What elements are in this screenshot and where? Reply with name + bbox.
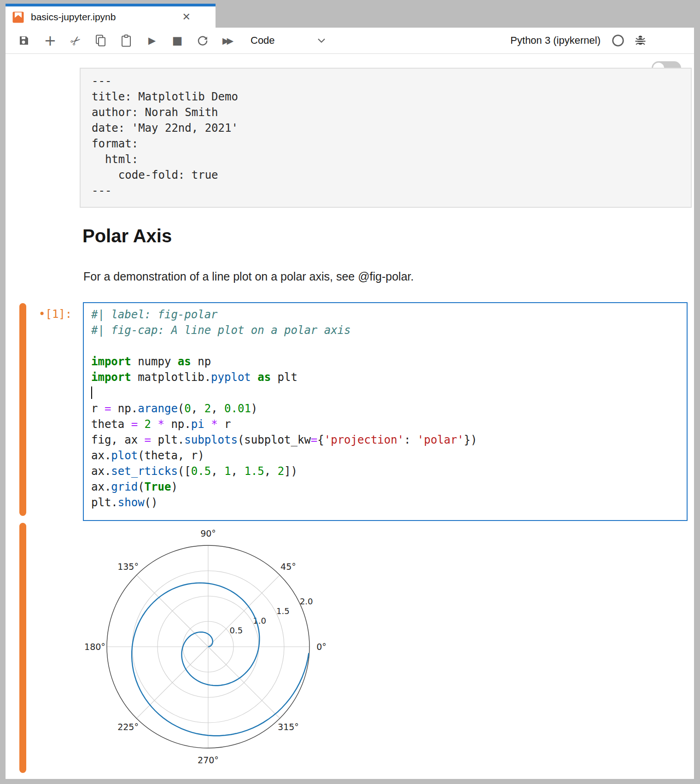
- raw-line: title: Matplotlib Demo: [92, 89, 691, 105]
- chevron-down-icon: [317, 38, 326, 43]
- notebook-tab[interactable]: basics-jupyter.ipynb ✕: [6, 4, 216, 28]
- copy-cells-button[interactable]: [93, 28, 109, 53]
- save-icon: [18, 35, 29, 46]
- stop-icon: ■: [172, 34, 183, 47]
- paste-cells-button[interactable]: [118, 28, 134, 53]
- code-editor[interactable]: #| label: fig-polar#| fig-cap: A line pl…: [91, 307, 687, 510]
- code-line: #| fig-cap: A line plot on a polar axis: [91, 322, 687, 338]
- copy-icon: [95, 35, 106, 47]
- cut-cells-button[interactable]: ✂: [67, 28, 84, 53]
- svg-text:2.0: 2.0: [300, 597, 313, 606]
- svg-text:1.5: 1.5: [276, 606, 290, 616]
- code-line: theta = 2 * np.pi * r: [91, 416, 687, 432]
- svg-text:45°: 45°: [280, 562, 296, 572]
- run-icon: ▶: [148, 35, 156, 46]
- clipboard-icon: [121, 35, 132, 47]
- restart-kernel-button[interactable]: [194, 28, 211, 53]
- kernel-status-indicator: [609, 28, 627, 53]
- raw-line: date: 'May 22nd, 2021': [92, 120, 691, 136]
- raw-line: code-fold: true: [92, 167, 691, 183]
- cell-type-select[interactable]: Code: [245, 28, 323, 53]
- debugger-button[interactable]: [630, 28, 650, 53]
- polar-plot: 0°45°90°135°180°225°270°315°0.51.01.52.0: [84, 522, 332, 771]
- svg-text:315°: 315°: [278, 722, 299, 732]
- bug-icon: [634, 35, 647, 47]
- kernel-name: Python 3 (ipykernel): [510, 35, 601, 47]
- code-line: ax.set_rticks([0.5, 1, 1.5, 2]): [91, 463, 687, 479]
- notebook-file-icon: [12, 11, 24, 23]
- cell-output-area: 0°45°90°135°180°225°270°315°0.51.01.52.0: [84, 522, 332, 771]
- markdown-paragraph: For a demonstration of a line plot on a …: [83, 270, 414, 283]
- fast-forward-icon: ▶▶: [222, 35, 233, 46]
- code-line: r = np.arange(0, 2, 0.01): [91, 401, 687, 416]
- svg-text:90°: 90°: [200, 528, 216, 538]
- cell-type-value: Code: [245, 35, 275, 47]
- scissors-icon: ✂: [67, 32, 84, 49]
- restart-icon: [197, 35, 209, 47]
- kernel-name-button[interactable]: Python 3 (ipykernel): [494, 28, 601, 53]
- code-line: ax.plot(theta, r): [91, 448, 687, 463]
- code-line: ax.grid(True): [91, 479, 687, 495]
- code-line: #| label: fig-polar: [91, 307, 687, 322]
- plus-icon: +: [44, 32, 57, 49]
- code-line: plt.show(): [91, 495, 687, 510]
- section-heading: Polar Axis: [82, 226, 172, 246]
- raw-line: author: Norah Smith: [92, 105, 691, 120]
- text-cursor: [91, 386, 92, 399]
- svg-text:180°: 180°: [84, 642, 105, 652]
- kernel-idle-circle-icon: [612, 34, 624, 47]
- code-line: import matplotlib.pyplot as plt: [91, 369, 687, 385]
- run-cell-button[interactable]: ▶: [144, 28, 160, 53]
- svg-text:270°: 270°: [198, 755, 219, 765]
- svg-text:225°: 225°: [117, 722, 139, 732]
- code-line: fig, ax = plt.subplots(subplot_kw={'proj…: [91, 432, 687, 448]
- interrupt-kernel-button[interactable]: ■: [169, 28, 186, 53]
- tab-close-icon[interactable]: ✕: [182, 11, 209, 23]
- raw-line: html:: [92, 152, 691, 167]
- output-collapser[interactable]: [19, 523, 26, 773]
- add-cell-button[interactable]: +: [42, 28, 58, 53]
- notebook-toolbar: + ✂ ▶ ■ ▶▶: [6, 28, 694, 54]
- raw-line: format:: [92, 136, 691, 152]
- tab-title: basics-jupyter.ipynb: [31, 12, 176, 23]
- execution-prompt: •[1]:: [39, 308, 72, 321]
- raw-cell[interactable]: --- title: Matplotlib Demo author: Norah…: [80, 68, 692, 208]
- raw-line: ---: [92, 73, 691, 89]
- raw-line: ---: [92, 183, 691, 199]
- save-button[interactable]: [16, 28, 32, 53]
- input-collapser[interactable]: [19, 303, 26, 516]
- code-cell[interactable]: #| label: fig-polar#| fig-cap: A line pl…: [83, 302, 688, 521]
- restart-run-all-button[interactable]: ▶▶: [217, 28, 239, 53]
- code-line: import numpy as np: [91, 354, 687, 369]
- code-line: [91, 338, 687, 354]
- svg-text:0°: 0°: [316, 642, 327, 652]
- svg-text:135°: 135°: [117, 562, 139, 572]
- code-line: [91, 385, 687, 401]
- svg-text:0.5: 0.5: [229, 626, 243, 635]
